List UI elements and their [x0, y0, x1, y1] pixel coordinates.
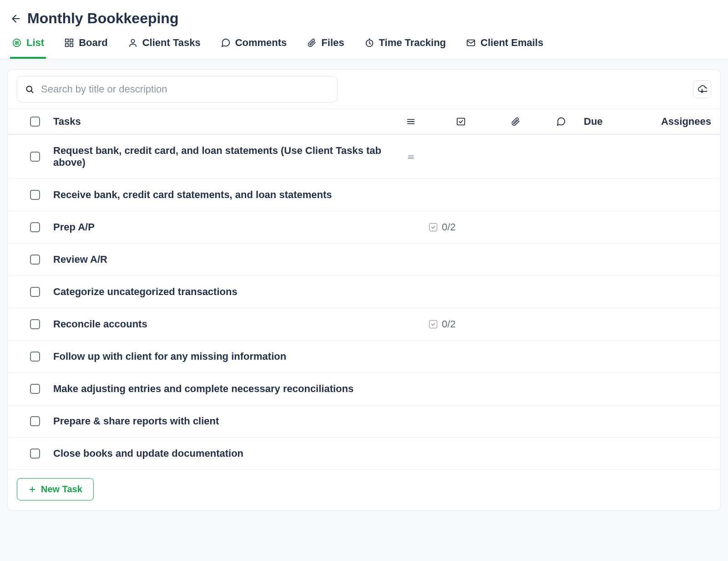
drag-handle-icon[interactable] [393, 152, 429, 161]
tab-bar: ListBoardClient TasksCommentsFilesTime T… [10, 37, 718, 59]
task-title: Make adjusting entries and complete nece… [53, 383, 393, 395]
task-checkbox[interactable] [30, 449, 40, 459]
task-checkbox[interactable] [30, 152, 40, 162]
task-checkbox[interactable] [30, 255, 40, 265]
chat-icon [221, 38, 231, 48]
column-subtasks-icon [429, 117, 493, 127]
task-title: Prepare & share reports with client [53, 415, 393, 427]
attachment-icon [307, 38, 317, 48]
task-checkbox[interactable] [30, 287, 40, 297]
tab-label: Files [321, 37, 344, 49]
column-tasks-label: Tasks [53, 116, 393, 128]
page-title: Monthly Bookkeeping [27, 10, 178, 27]
task-checkbox[interactable] [30, 352, 40, 362]
user-icon [128, 38, 138, 48]
svg-rect-20 [457, 118, 465, 125]
subtask-count-text: 0/2 [442, 318, 456, 330]
task-row[interactable]: Request bank, credit card, and loan stat… [8, 135, 720, 179]
tab-label: Client Emails [480, 37, 543, 49]
task-row[interactable]: Reconcile accounts0/2 [8, 308, 720, 341]
toolbar [8, 70, 720, 109]
select-all-checkbox[interactable] [30, 117, 40, 127]
svg-line-16 [31, 91, 33, 93]
task-title: Request bank, credit card, and loan stat… [53, 145, 393, 168]
task-title: Receive bank, credit card statements, an… [53, 189, 393, 201]
tab-client-emails[interactable]: Client Emails [464, 37, 545, 59]
task-title: Follow up with client for any missing in… [53, 351, 393, 362]
task-row[interactable]: Close books and update documentation [8, 438, 720, 470]
column-assignees-label: Assignees [638, 116, 711, 128]
task-row[interactable]: Categorize uncategorized transactions [8, 276, 720, 308]
svg-rect-8 [70, 44, 73, 46]
svg-line-12 [369, 43, 371, 44]
search-input[interactable] [17, 76, 338, 102]
new-task-label: New Task [41, 484, 82, 495]
board-icon [64, 38, 74, 48]
column-comments-icon [538, 117, 584, 127]
task-title: Review A/R [53, 254, 393, 265]
task-row[interactable]: Review A/R [8, 244, 720, 276]
task-row[interactable]: Prepare & share reports with client [8, 405, 720, 438]
table-header: Tasks Due Assignees [8, 109, 720, 135]
tab-time-tracking[interactable]: Time Tracking [363, 37, 448, 59]
tab-label: Client Tasks [142, 37, 201, 49]
svg-point-9 [131, 40, 134, 43]
task-row[interactable]: Prep A/P0/2 [8, 211, 720, 244]
task-title: Reconcile accounts [53, 318, 393, 330]
task-row[interactable]: Receive bank, credit card statements, an… [8, 179, 720, 211]
task-checkbox[interactable] [30, 222, 40, 232]
tab-list[interactable]: List [10, 37, 46, 59]
column-attachments-icon [493, 117, 538, 126]
column-desc-icon [393, 117, 429, 127]
subtask-count: 0/2 [429, 318, 493, 330]
svg-rect-5 [66, 39, 68, 42]
tab-client-tasks[interactable]: Client Tasks [126, 37, 202, 59]
tab-label: Time Tracking [379, 37, 446, 49]
task-title: Categorize uncategorized transactions [53, 286, 393, 298]
task-checkbox[interactable] [30, 190, 40, 200]
task-checkbox[interactable] [30, 416, 40, 426]
page-header: Monthly Bookkeeping ListBoardClient Task… [0, 0, 728, 59]
column-due-label: Due [584, 116, 638, 128]
download-button[interactable] [693, 80, 711, 98]
tab-files[interactable]: Files [305, 37, 346, 59]
tab-comments[interactable]: Comments [219, 37, 289, 59]
check-square-icon [429, 223, 437, 231]
subtask-count-text: 0/2 [442, 221, 456, 233]
task-checkbox[interactable] [30, 384, 40, 394]
mail-icon [466, 38, 476, 48]
tab-label: Board [79, 37, 108, 49]
task-checkbox[interactable] [30, 319, 40, 329]
task-list-card: Tasks Due Assignees Request bank, credit… [7, 69, 721, 511]
tab-label: List [26, 37, 44, 49]
clock-icon [364, 38, 374, 48]
new-task-button[interactable]: New Task [17, 478, 94, 500]
task-title: Prep A/P [53, 221, 393, 233]
plus-icon [28, 485, 36, 494]
tab-board[interactable]: Board [62, 37, 110, 59]
check-square-icon [429, 320, 437, 328]
svg-rect-6 [70, 39, 73, 42]
tab-label: Comments [235, 37, 287, 49]
svg-rect-7 [66, 44, 68, 46]
cloud-download-icon [697, 84, 707, 94]
task-row[interactable]: Follow up with client for any missing in… [8, 341, 720, 373]
back-arrow-icon[interactable] [10, 13, 22, 25]
subtask-count: 0/2 [429, 221, 493, 233]
search-icon [25, 85, 34, 94]
list-icon [12, 38, 22, 48]
task-row[interactable]: Make adjusting entries and complete nece… [8, 373, 720, 405]
task-title: Close books and update documentation [53, 448, 393, 459]
